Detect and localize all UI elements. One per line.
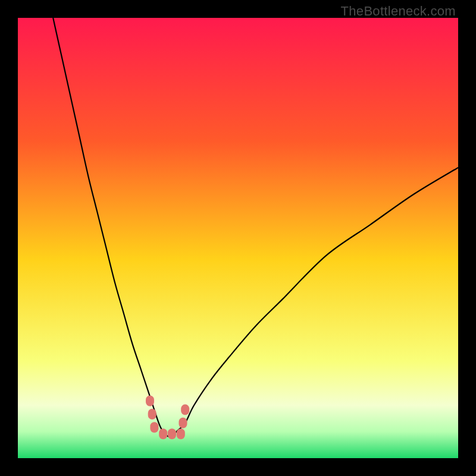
chart-frame [18,18,458,458]
optimal-marker [146,396,154,406]
optimal-marker [181,405,189,415]
optimal-marker [159,428,167,439]
optimal-marker [150,422,158,433]
optimal-marker [179,418,187,428]
optimal-marker [168,428,176,439]
bottleneck-curve [18,18,458,458]
watermark-text: TheBottleneck.com [341,4,456,19]
optimal-marker [177,428,185,439]
optimal-marker [148,409,156,419]
plot-area [18,18,458,458]
